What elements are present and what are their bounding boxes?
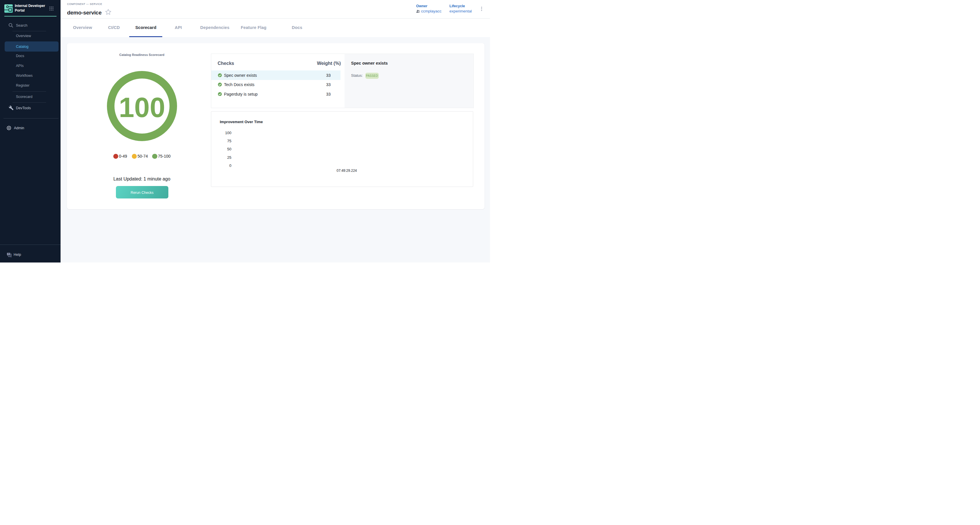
svg-text:100: 100 — [119, 92, 165, 123]
svg-text:?: ? — [8, 253, 9, 255]
